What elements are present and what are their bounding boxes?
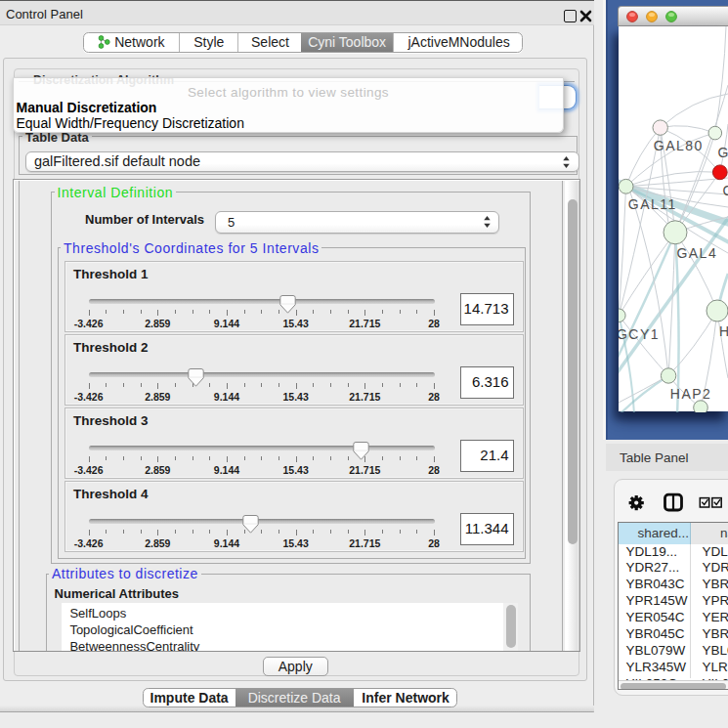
- svg-text:CD: CD: [723, 183, 728, 198]
- svg-text:GCY1: GCY1: [619, 326, 660, 342]
- svg-text:GAL4: GAL4: [676, 244, 717, 260]
- svg-text:GAL11: GAL11: [628, 196, 677, 212]
- svg-text:GA: GA: [718, 144, 728, 159]
- svg-text:GAL80: GAL80: [654, 137, 704, 152]
- svg-text:HAP2: HAP2: [670, 386, 712, 402]
- svg-text:HI: HI: [719, 322, 728, 338]
